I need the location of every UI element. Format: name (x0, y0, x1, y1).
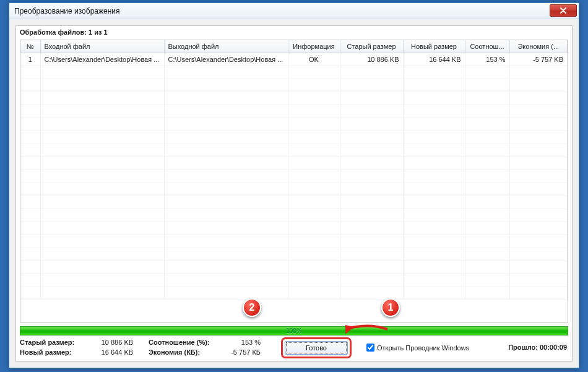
table-row-empty: . (20, 235, 568, 248)
table-row-empty: . (20, 144, 568, 157)
titlebar: Преобразование изображения (9, 3, 579, 19)
cell-number: 1 (20, 53, 40, 66)
table-row-empty: . (20, 287, 568, 300)
close-button[interactable] (550, 4, 577, 17)
open-explorer-label: Открыть Проводник Windows (377, 344, 469, 352)
table-row-empty: . (20, 79, 568, 92)
col-old-size[interactable]: Старый размер (340, 40, 403, 53)
progress-bar: 100% (20, 326, 568, 335)
dialog-window: Преобразование изображения Обработка фай… (9, 2, 579, 368)
new-size-value: 16 644 KB (84, 348, 133, 356)
table-row-empty: . (20, 261, 568, 274)
old-size-value: 10 886 KB (84, 339, 133, 346)
col-info[interactable]: Информация (288, 40, 340, 53)
table-row-empty: . (20, 183, 568, 196)
savings-label: Экономия (КБ): (149, 348, 218, 356)
elapsed-time: Прошло: 00:00:09 (508, 344, 567, 351)
close-icon (560, 7, 566, 14)
processing-status: Обработка файлов: 1 из 1 (20, 28, 108, 36)
savings-value: -5 757 КБ (220, 348, 261, 356)
col-ratio[interactable]: Соотнош... (465, 40, 509, 53)
annotation-marker-2: 2 (243, 298, 261, 317)
ratio-label: Соотношение (%): (149, 339, 218, 346)
table-row-empty: . (20, 170, 568, 183)
col-savings[interactable]: Экономия (... (509, 40, 568, 53)
results-table: № Входной файл Выходной файл Информация … (20, 40, 568, 300)
table-row-empty: . (20, 131, 568, 144)
table-row-empty: . (20, 248, 568, 261)
progress-text: 100% (20, 327, 568, 335)
table-row-empty: . (20, 66, 568, 79)
cell-old-size: 10 886 KB (340, 53, 403, 66)
table-row-empty: . (20, 209, 568, 222)
done-button[interactable]: Готово (285, 341, 348, 355)
table-row[interactable]: 1C:\Users\Alexander\Desktop\Новая ...C:\… (20, 53, 568, 66)
annotation-marker-1: 1 (381, 298, 400, 317)
col-number[interactable]: № (20, 40, 40, 53)
table-row-empty: . (20, 105, 568, 118)
cell-savings: -5 757 KB (509, 53, 568, 66)
col-new-size[interactable]: Новый размер (403, 40, 465, 53)
table-row-empty: . (20, 157, 568, 170)
cell-output-file: C:\Users\Alexander\Desktop\Новая ... (164, 53, 288, 66)
results-table-wrap: № Входной файл Выходной файл Информация … (20, 40, 568, 322)
annotation-arrow (345, 321, 389, 335)
table-row-empty: . (20, 118, 568, 131)
old-size-label: Старый размер: (20, 339, 82, 346)
open-explorer-checkbox[interactable] (366, 344, 374, 352)
cell-ratio: 153 % (465, 53, 509, 66)
cell-input-file: C:\Users\Alexander\Desktop\Новая ... (40, 53, 164, 66)
window-title: Преобразование изображения (14, 7, 120, 15)
table-row-empty: . (20, 222, 568, 235)
open-explorer-option[interactable]: Открыть Проводник Windows (366, 344, 469, 352)
new-size-label: Новый размер: (20, 348, 82, 356)
footer: Старый размер: 10 886 KB Новый размер: 1… (20, 337, 568, 358)
cell-new-size: 16 644 KB (403, 53, 465, 66)
col-output-file[interactable]: Выходной файл (164, 40, 288, 53)
table-row-empty: . (20, 92, 568, 105)
table-row-empty: . (20, 274, 568, 287)
ratio-value: 153 % (220, 339, 261, 346)
cell-info: OK (288, 53, 340, 66)
table-row-empty: . (20, 196, 568, 209)
col-input-file[interactable]: Входной файл (40, 40, 164, 53)
content-panel: Обработка файлов: 1 из 1 № Входной файл … (15, 25, 573, 361)
